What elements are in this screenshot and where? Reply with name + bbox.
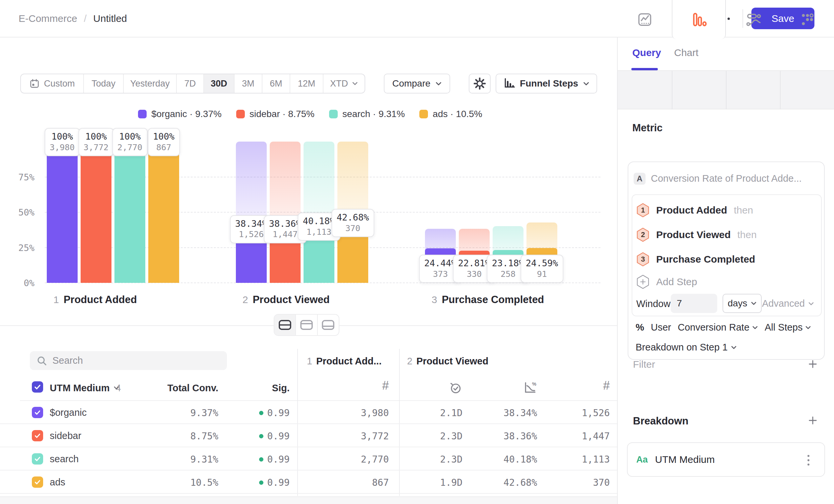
layout-split-button[interactable]: [275, 315, 296, 335]
add-filter-button[interactable]: [806, 358, 819, 371]
measure-select[interactable]: Conversion Rate: [678, 322, 758, 333]
chart-type-line-tab[interactable]: [618, 0, 672, 39]
step2-avg-time: 2.3D: [440, 454, 462, 465]
report-title[interactable]: Untitled: [93, 13, 127, 24]
step-number: 1: [307, 356, 312, 367]
add-breakdown-button[interactable]: [806, 414, 819, 427]
tab-query[interactable]: Query: [632, 47, 661, 59]
breakdown-section-title: Breakdown: [633, 415, 688, 427]
chart-type-button[interactable]: Funnel Steps: [496, 74, 597, 93]
range-yesterday[interactable]: Yesterday: [124, 74, 177, 93]
y-axis-tick: 75%: [15, 172, 35, 182]
group-column-header[interactable]: UTM Medium 4: [50, 383, 121, 394]
funnel-bar[interactable]: [81, 142, 111, 283]
range-12m[interactable]: 12M: [290, 74, 324, 93]
table-scrollbar-track[interactable]: [0, 496, 617, 504]
window-value-input[interactable]: [671, 294, 717, 313]
segment-name: $organic: [50, 407, 87, 418]
legend-item[interactable]: $organic · 9.37%: [138, 109, 222, 119]
total-conv-header[interactable]: Total Conv.: [167, 383, 218, 394]
range-label: Today: [92, 78, 115, 89]
conversion-chart-icon[interactable]: %: [523, 381, 537, 395]
bar-percent-label: 42.68%: [337, 212, 369, 223]
bar-percent-label: 24.59%: [526, 258, 558, 269]
bar-percent-label: 38.34%: [235, 218, 268, 229]
advanced-toggle[interactable]: Advanced: [762, 298, 814, 309]
table-row[interactable]: ads10.5%0.998671.9D42.68%370: [0, 471, 617, 494]
range-3m[interactable]: 3M: [235, 74, 262, 93]
metric-formula-text[interactable]: Conversion Rate of Product Adde...: [651, 173, 802, 184]
range-today[interactable]: Today: [84, 74, 124, 93]
range-label: 12M: [298, 78, 315, 89]
top-pane-icon: [300, 319, 313, 331]
funnel-step-label: 1Product Added: [53, 294, 137, 306]
legend-swatch: [419, 110, 428, 118]
breadcrumb-separator: /: [84, 13, 87, 24]
bar-value-box: 100%867: [148, 128, 180, 156]
tab-chart[interactable]: Chart: [674, 47, 698, 59]
step-number: 2: [242, 294, 248, 305]
legend-item[interactable]: sidebar · 8.75%: [236, 109, 314, 119]
range-xtd[interactable]: XTD: [324, 74, 365, 93]
hash-icon[interactable]: #: [603, 379, 610, 393]
breadcrumb-project[interactable]: E-Commerce: [19, 13, 77, 24]
bar-percent-label: 23.18%: [492, 258, 525, 269]
range-custom[interactable]: Custom: [21, 74, 84, 93]
layout-chart-only-button[interactable]: [296, 315, 317, 335]
layout-table-only-button[interactable]: [318, 315, 339, 335]
row-checkbox[interactable]: [32, 407, 43, 418]
range-6m[interactable]: 6M: [262, 74, 290, 93]
search-input[interactable]: [52, 355, 220, 366]
funnel-bar[interactable]: [114, 142, 145, 283]
counting-method-label[interactable]: User: [651, 322, 671, 333]
table-row[interactable]: sidebar8.75%0.993,7722.3D38.36%1,447: [0, 424, 617, 447]
sig-header[interactable]: Sig.: [272, 383, 290, 394]
avg-time-clock-icon[interactable]: [448, 381, 462, 395]
bar-count-label: 867: [153, 142, 175, 153]
select-all-checkbox[interactable]: [32, 381, 43, 393]
breakdown-on-step-select[interactable]: Breakdown on Step 1: [636, 342, 737, 353]
bar-count-label: 3,980: [50, 142, 75, 153]
legend-label: search · 9.31%: [342, 109, 405, 119]
bar-percent-label: 100%: [117, 131, 142, 142]
scope-label: All Steps: [765, 322, 803, 333]
bar-count-label: 3,772: [84, 142, 108, 153]
step-event-name: Product Added: [656, 205, 727, 216]
add-step-button[interactable]: Add Step: [636, 275, 697, 289]
calendar-icon: [29, 78, 40, 89]
range-7d[interactable]: 7D: [177, 74, 204, 93]
legend-label: $organic · 9.37%: [151, 109, 222, 119]
table-row[interactable]: $organic9.37%0.993,9802.1D38.34%1,526: [0, 401, 617, 424]
chart-settings-button[interactable]: [469, 74, 491, 93]
query-step-1[interactable]: 1 Product Added then: [636, 203, 753, 217]
chart-type-grid-tab[interactable]: [781, 0, 834, 39]
bar-value-box: 24.59%91: [521, 255, 564, 283]
table-step2-title: 2 Product Viewed: [407, 356, 488, 367]
step-hexagon-badge: 1: [636, 203, 650, 217]
breakdown-property-card[interactable]: Aa UTM Medium: [627, 442, 825, 477]
compare-button[interactable]: Compare: [384, 74, 450, 93]
window-unit-select[interactable]: days: [723, 294, 762, 313]
step-then-suffix: then: [734, 205, 753, 216]
row-checkbox[interactable]: [32, 477, 43, 488]
chevron-down-icon[interactable]: [113, 386, 119, 390]
row-checkbox[interactable]: [32, 453, 43, 464]
chart-type-flow-tab[interactable]: [726, 0, 781, 39]
table-row[interactable]: search9.31%0.992,7702.3D40.18%1,113: [0, 447, 617, 471]
hash-icon[interactable]: #: [382, 379, 389, 393]
step1-uniques: 3,772: [361, 431, 389, 442]
query-step-2[interactable]: 2 Product Viewed then: [636, 227, 757, 242]
bar-value-box: 100%3,980: [44, 128, 80, 156]
row-checkbox[interactable]: [32, 430, 43, 441]
steps-scope-select[interactable]: All Steps: [765, 322, 811, 333]
range-30d[interactable]: 30D: [204, 74, 235, 93]
funnel-bar[interactable]: [47, 142, 78, 283]
legend-item[interactable]: ads · 10.5%: [419, 109, 482, 119]
step-hexagon-badge: 2: [636, 227, 650, 242]
legend-item[interactable]: search · 9.31%: [329, 109, 405, 119]
breakdown-options-button[interactable]: [802, 452, 815, 469]
bar-count-label: 2,770: [117, 142, 142, 153]
funnel-bar[interactable]: [148, 142, 179, 283]
chart-type-funnel-tab[interactable]: [672, 0, 726, 39]
query-step-3[interactable]: 3 Purchase Completed: [636, 252, 762, 267]
